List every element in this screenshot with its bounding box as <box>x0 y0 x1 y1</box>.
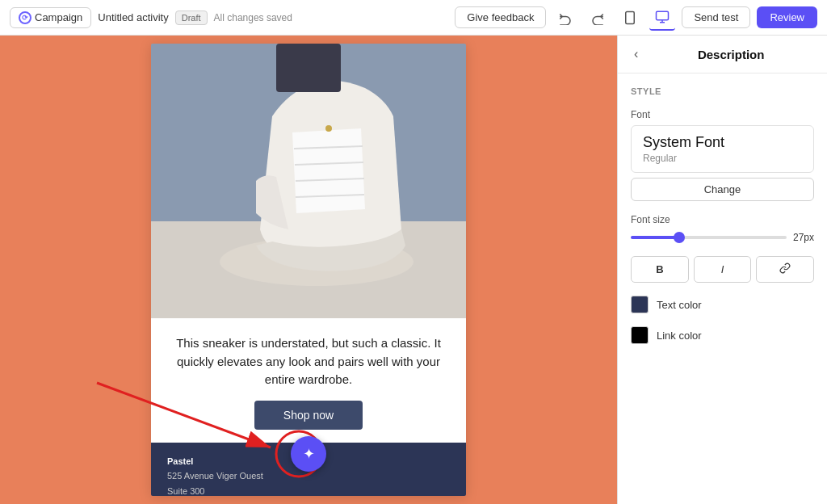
link-color-row: Link color <box>631 326 814 344</box>
campaign-label: Campaign <box>35 11 82 23</box>
saved-text: All changes saved <box>214 12 292 23</box>
right-panel: ‹ Description STYLE Font System Font Reg… <box>617 36 827 504</box>
footer-address2: Suite 300 <box>167 486 204 496</box>
font-size-section: Font size 27px <box>631 214 814 243</box>
font-size-label: Font size <box>631 214 814 225</box>
bold-button[interactable]: B <box>631 256 689 283</box>
text-color-swatch[interactable] <box>631 296 649 313</box>
font-section: Font System Font Regular Change <box>631 109 814 201</box>
svg-rect-13 <box>276 44 341 92</box>
panel-header: ‹ Description <box>618 36 827 74</box>
font-box: System Font Regular <box>631 125 814 173</box>
svg-rect-0 <box>626 11 635 23</box>
shop-now-button[interactable]: Shop now <box>254 401 363 430</box>
change-font-button[interactable]: Change <box>631 178 814 201</box>
style-section-label: STYLE <box>631 86 814 96</box>
plus-icon: ✦ <box>303 447 315 461</box>
campaign-icon: ⟳ <box>19 11 31 24</box>
back-button[interactable]: ‹ <box>631 45 641 63</box>
send-test-button[interactable]: Send test <box>682 6 750 28</box>
email-content-section: This sneaker is understated, but such a … <box>151 318 466 443</box>
email-hero-section <box>151 44 466 318</box>
sneaker-image <box>151 44 466 318</box>
link-button[interactable] <box>756 256 814 283</box>
link-color-label: Link color <box>657 330 702 342</box>
format-row: B I <box>631 256 814 283</box>
font-size-slider[interactable] <box>631 236 787 239</box>
font-size-row: 27px <box>631 232 814 243</box>
text-color-row: Text color <box>631 296 814 313</box>
svg-point-12 <box>325 125 332 132</box>
font-weight: Regular <box>643 153 802 164</box>
panel-body: STYLE Font System Font Regular Change Fo… <box>618 74 827 357</box>
campaign-button[interactable]: ⟳ Campaign <box>10 7 91 28</box>
link-color-swatch[interactable] <box>631 326 649 344</box>
email-description: This sneaker is understated, but such a … <box>175 334 442 389</box>
add-block-button[interactable]: ✦ <box>291 436 326 472</box>
review-button[interactable]: Review <box>757 6 817 28</box>
font-size-value: 27px <box>793 232 814 243</box>
email-preview: This sneaker is understated, but such a … <box>151 44 466 496</box>
topbar-left: ⟳ Campaign Untitled activity Draft All c… <box>10 7 448 28</box>
font-label: Font <box>631 109 814 120</box>
desktop-view-button[interactable] <box>649 5 675 31</box>
footer-address1: 525 Avenue Viger Ouest <box>167 471 263 481</box>
feedback-button[interactable]: Give feedback <box>455 6 546 28</box>
main-layout: This sneaker is understated, but such a … <box>0 36 827 504</box>
canvas-area: This sneaker is understated, but such a … <box>0 36 617 504</box>
topbar: ⟳ Campaign Untitled activity Draft All c… <box>0 0 827 36</box>
activity-title: Untitled activity <box>98 11 168 23</box>
redo-button[interactable] <box>585 5 611 31</box>
text-color-label: Text color <box>657 299 702 311</box>
svg-rect-2 <box>657 11 669 20</box>
undo-button[interactable] <box>552 5 578 31</box>
topbar-center: Give feedback Send test Review <box>455 5 817 31</box>
draft-badge: Draft <box>175 10 208 25</box>
mobile-view-button[interactable] <box>617 5 643 31</box>
panel-title: Description <box>648 48 814 61</box>
font-name: System Font <box>643 134 802 151</box>
italic-button[interactable]: I <box>694 256 752 283</box>
